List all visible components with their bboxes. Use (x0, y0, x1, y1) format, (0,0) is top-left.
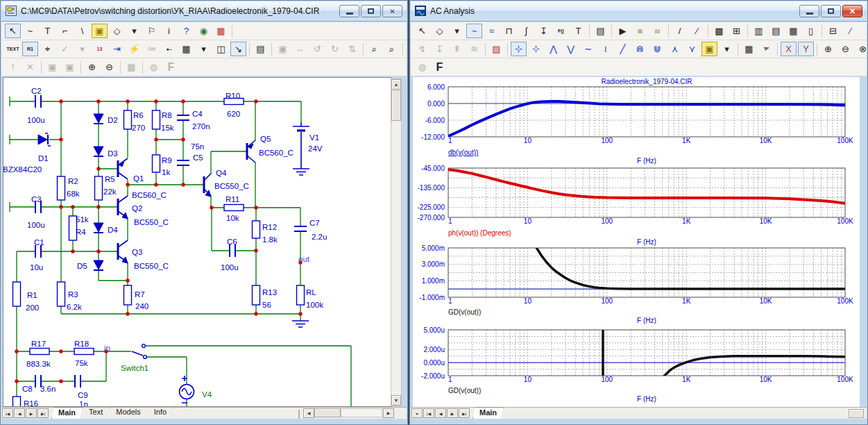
scroll-left-icon[interactable]: ◀ (303, 408, 314, 418)
current-marker-button[interactable]: ⇥ (109, 42, 125, 56)
page-last-button[interactable]: ▶| (459, 408, 470, 418)
text-tool-button[interactable]: T (570, 24, 586, 38)
function-f-button[interactable]: F (163, 60, 179, 74)
probe-4-button[interactable]: ≋ (466, 42, 482, 56)
attribute-text-button[interactable]: R1 (22, 42, 38, 56)
flip-button[interactable]: ↔ (292, 42, 308, 56)
rotate-cw-button[interactable]: ↻ (327, 42, 343, 56)
tab-text[interactable]: Text (83, 407, 110, 418)
hscroll-thumb[interactable] (314, 408, 341, 417)
tag-delta-button[interactable]: ↧ (536, 24, 552, 38)
polyline-tool-button[interactable]: ∕ (689, 24, 705, 38)
split-plot-button[interactable]: ⊟ (825, 24, 841, 38)
browser-icon-button[interactable]: ◉ (196, 24, 212, 38)
pattern-dots-button[interactable]: ▯ (803, 24, 819, 38)
component-shapes-button[interactable]: ◇ (109, 24, 125, 38)
flag-mode-button[interactable]: ⚐ (144, 24, 160, 38)
probe-3-button[interactable]: ⇞ (449, 42, 465, 56)
page-prev-button[interactable]: ◀ (14, 408, 25, 418)
scope-mode-button[interactable]: ~ (466, 24, 482, 38)
pages-button[interactable]: ▦ (124, 60, 139, 74)
info-mode-button[interactable]: i (161, 24, 177, 38)
grid-dropdown-button[interactable]: ▾ (196, 42, 212, 56)
rotate-ccw-button[interactable]: ↺ (309, 42, 325, 56)
page-next-button[interactable]: ▶ (26, 408, 37, 418)
line-tool-button[interactable]: / (672, 24, 688, 38)
function-f-button[interactable]: F (432, 60, 448, 74)
zoom-out-button[interactable]: ⊖ (101, 60, 117, 74)
zoom-in-button[interactable]: ⊕ (84, 60, 100, 74)
on-state-button[interactable]: ON (144, 42, 160, 56)
stop-button[interactable]: ■ (632, 24, 648, 38)
power-marker-button[interactable]: ⚡ (126, 42, 142, 56)
vip-dropdown-button[interactable]: ▾ (74, 42, 90, 56)
x-axis-scale-button[interactable]: X (781, 42, 797, 56)
error-clear-button[interactable]: ✕ (22, 60, 38, 74)
label-points-button[interactable]: 'P' (758, 42, 774, 56)
buffer-dropdown-button[interactable]: ▾ (719, 42, 735, 56)
cursor-right-button[interactable]: ⊹ (528, 42, 544, 56)
select-tool-button[interactable]: ↖ (5, 24, 21, 38)
minimize-button[interactable] (799, 5, 819, 17)
animate-button[interactable]: ◍ (414, 60, 430, 74)
page-first-button[interactable]: |◀ (2, 408, 13, 418)
zoom-out-button[interactable]: ⊖ (837, 42, 853, 56)
grid-button[interactable]: ▦ (178, 42, 194, 56)
analysis-titlebar[interactable]: AC Analysis ✕ (411, 1, 867, 22)
tab-models[interactable]: Models (110, 407, 147, 418)
go-top-button[interactable]: ⋏ (667, 42, 683, 56)
close-button[interactable]: ✕ (842, 5, 862, 17)
schematic-hscrollbar[interactable]: ◀ ▶ (303, 408, 394, 418)
vertical-tag-button[interactable]: ∫ (518, 24, 534, 38)
schematic-titlebar[interactable]: C:\MC9\DATA\Petrov\switching distortion\… (1, 1, 407, 22)
trim-tool-button[interactable]: ⁄ (842, 24, 858, 38)
go-slope-button[interactable]: ╱ (615, 42, 631, 56)
wire-mode-button[interactable]: ~ (22, 24, 38, 38)
find-button[interactable]: ⌕ (366, 42, 382, 56)
pattern-hlines-button[interactable]: ▤ (768, 24, 784, 38)
page-prev-button[interactable]: ◀ (435, 408, 446, 418)
pattern-vlines-button[interactable]: ▥ (751, 24, 767, 38)
go-peak-button[interactable]: ⋀ (545, 42, 561, 56)
scroll-down-icon[interactable]: ▼ (391, 395, 401, 406)
schematic-drawing[interactable]: C2100uD1BZX84C20C3100uC110uR268kR522k51k… (3, 78, 391, 406)
select-region-button[interactable]: ▩ (711, 24, 727, 38)
y-axis-scale-button[interactable]: Y (798, 42, 814, 56)
protection-icon-button[interactable]: ▦ (213, 24, 229, 38)
node-snap-button[interactable]: ●– (161, 42, 177, 56)
select-tool-button[interactable]: ↖ (414, 24, 430, 38)
vip-mode-button[interactable]: ✓ (57, 42, 73, 56)
tab-main[interactable]: Main (473, 407, 504, 419)
minimize-button[interactable] (339, 5, 359, 17)
probe-2-button[interactable]: ↧ (432, 42, 448, 56)
text-button-button[interactable]: TEXT (5, 42, 21, 56)
pin-markers-button[interactable]: ⌖ (40, 42, 56, 56)
tag-function-button[interactable]: F() (553, 24, 569, 38)
page-next-button[interactable]: ▶ (447, 408, 458, 418)
waveform-buffer-button[interactable]: ▣ (701, 42, 717, 56)
text-mode-button[interactable]: T (40, 24, 56, 38)
ortho-wire-mode-button[interactable]: ⌐ (57, 24, 73, 38)
go-valleys-button[interactable]: ⋓ (649, 42, 665, 56)
box-tool-button[interactable]: ▣ (275, 42, 291, 56)
restore-button[interactable] (821, 5, 841, 17)
page-first-button[interactable]: |◀ (423, 408, 434, 418)
go-peaks-button[interactable]: ⋒ (632, 42, 648, 56)
horizontal-tag-button[interactable]: ⊓ (501, 24, 517, 38)
zoom-area-button[interactable]: ⊗ (855, 42, 868, 56)
copy-to-back-button[interactable]: ▣ (62, 60, 78, 74)
properties-button[interactable]: ▤ (253, 42, 269, 56)
pause-button[interactable]: ▮▮ (649, 24, 665, 38)
resize-grip[interactable] (849, 409, 864, 418)
node-numbers-button[interactable]: 13 (92, 42, 108, 56)
mirror-button[interactable]: ⇅ (344, 42, 360, 56)
grid-region-button[interactable]: ⊞ (729, 24, 744, 38)
go-wave-button[interactable]: ≀ (597, 42, 613, 56)
pattern-grid-button[interactable]: ▦ (785, 24, 801, 38)
scroll-up-icon[interactable]: ▲ (391, 79, 401, 90)
go-valley-button[interactable]: ⋁ (563, 42, 579, 56)
analysis-plots[interactable]: 6.0000.000-6.000-12.0001101001K10K100Kdb… (413, 77, 860, 407)
find-next-button[interactable]: ⌕ (384, 42, 400, 56)
copy-to-front-button[interactable]: ▣ (44, 60, 60, 74)
probe-1-button[interactable]: ↯ (414, 42, 430, 56)
